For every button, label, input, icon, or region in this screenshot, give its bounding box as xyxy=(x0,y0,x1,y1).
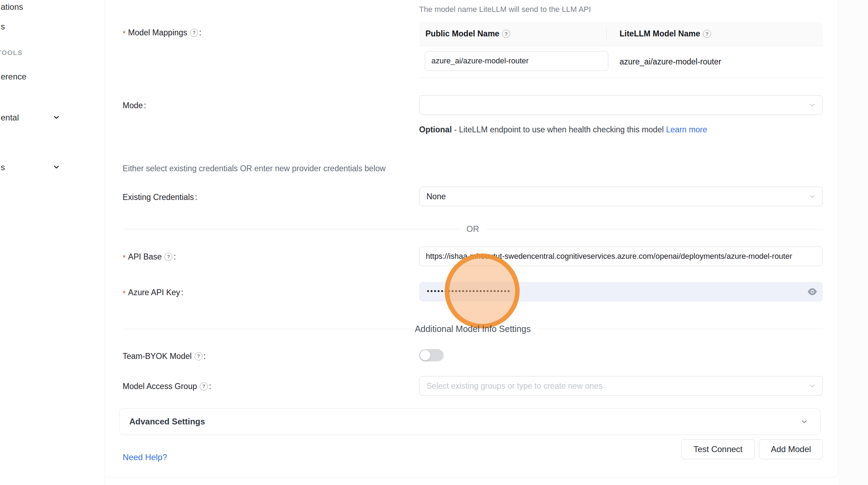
model-mappings-row: azure_ai/azure-model-router xyxy=(419,46,823,77)
litellm-model-name-header: LiteLLM Model Name ? xyxy=(606,29,711,39)
chevron-down-icon xyxy=(808,193,816,200)
model-access-group-label: Model Access Group ? : xyxy=(123,381,211,392)
page-background xyxy=(839,0,868,485)
help-icon[interactable]: ? xyxy=(502,30,510,38)
required-marker: * xyxy=(123,29,126,38)
sidebar-item-settings[interactable]: s xyxy=(1,162,5,172)
sidebar-item-api-reference[interactable]: erence xyxy=(1,72,26,82)
required-marker: * xyxy=(123,289,126,298)
team-byok-label: Team-BYOK Model ? : xyxy=(123,351,206,361)
api-base-label: * API Base ? : xyxy=(123,251,176,262)
need-help-link[interactable]: Need Help? xyxy=(123,452,167,462)
azure-api-key-label: * Azure API Key : xyxy=(123,287,183,298)
learn-more-link[interactable]: Learn more xyxy=(666,125,707,134)
sidebar-item-users[interactable]: s xyxy=(1,22,5,32)
help-icon[interactable]: ? xyxy=(703,30,711,38)
column-divider xyxy=(606,27,607,41)
chevron-down-icon xyxy=(808,101,816,109)
mode-select[interactable] xyxy=(419,95,823,115)
help-icon[interactable]: ? xyxy=(200,382,208,390)
eye-icon[interactable] xyxy=(807,288,817,295)
test-connect-button[interactable]: Test Connect xyxy=(681,439,755,459)
existing-credentials-value: None xyxy=(426,192,446,201)
add-model-page: ations s TOOLS erence ental s The model … xyxy=(0,0,868,485)
model-access-group-placeholder: Select existing groups or type to create… xyxy=(426,381,602,391)
add-model-form-card: The model name LiteLLM will send to the … xyxy=(105,0,838,477)
azure-api-key-input[interactable]: •••••••••••••••••••••••• xyxy=(419,282,823,302)
credentials-note: Either select existing credentials OR en… xyxy=(123,164,385,173)
sidebar-item-experimental[interactable]: ental xyxy=(1,113,19,123)
chevron-down-icon xyxy=(53,113,60,121)
add-model-button[interactable]: Add Model xyxy=(759,439,823,459)
masked-api-key: •••••••••••••••••••••••• xyxy=(427,287,511,295)
help-icon[interactable]: ? xyxy=(194,352,203,360)
sidebar-item-organizations[interactable]: ations xyxy=(1,2,23,12)
model-mappings-header: Public Model Name ? LiteLLM Model Name ? xyxy=(419,22,823,46)
api-base-input[interactable]: https://ishaa-mh6uutut-swedencentral.cog… xyxy=(419,247,823,266)
additional-settings-divider: Additional Model Info Settings xyxy=(123,324,823,334)
sidebar: ations s TOOLS erence ental s xyxy=(0,0,105,485)
public-model-name-header: Public Model Name ? xyxy=(419,29,606,39)
help-icon[interactable]: ? xyxy=(190,29,198,37)
model-mappings-table: Public Model Name ? LiteLLM Model Name ?… xyxy=(419,22,823,78)
advanced-settings-panel[interactable]: Advanced Settings xyxy=(119,408,821,435)
toggle-knob xyxy=(420,350,430,360)
existing-credentials-label: Existing Credentials : xyxy=(123,192,197,202)
required-marker: * xyxy=(123,253,126,262)
model-mappings-label: * Model Mappings ? : xyxy=(123,27,201,38)
or-divider: OR xyxy=(123,224,823,234)
model-name-helper-text: The model name LiteLLM will send to the … xyxy=(419,5,591,14)
public-model-name-input[interactable] xyxy=(425,51,608,71)
existing-credentials-select[interactable]: None xyxy=(419,187,823,206)
chevron-down-icon xyxy=(808,382,816,390)
model-access-group-select[interactable]: Select existing groups or type to create… xyxy=(419,376,823,396)
help-icon[interactable]: ? xyxy=(164,253,172,261)
mode-helper-text: Optional - LiteLLM endpoint to use when … xyxy=(419,123,721,137)
litellm-model-name-value: azure_ai/azure-model-router xyxy=(620,46,721,77)
chevron-down-icon xyxy=(53,163,60,171)
team-byok-toggle[interactable] xyxy=(419,349,444,361)
mode-label: Mode : xyxy=(123,100,146,111)
chevron-down-icon xyxy=(800,417,808,426)
advanced-settings-title: Advanced Settings xyxy=(129,417,205,427)
sidebar-section-tools: TOOLS xyxy=(0,49,23,57)
